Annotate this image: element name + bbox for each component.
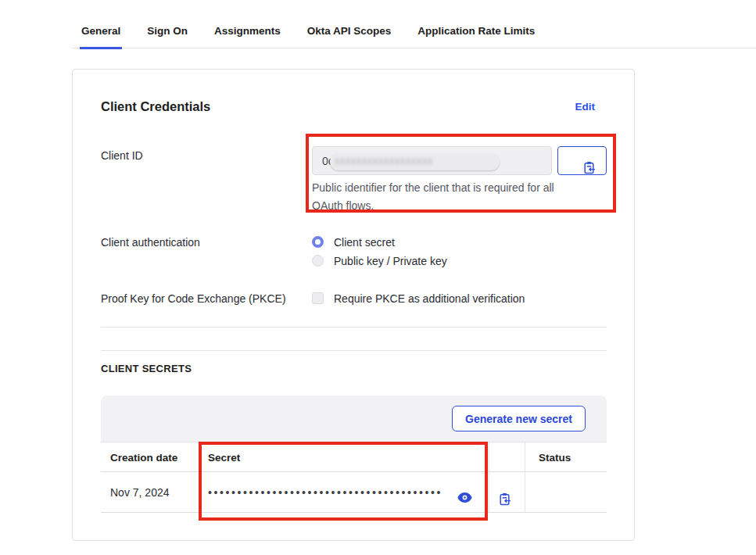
pkce-checkbox-label: Require PKCE as additional verification bbox=[334, 292, 525, 305]
client-id-field[interactable]: 0o xxxxxxxxxxxxxxxxxx bbox=[312, 146, 552, 175]
tab-assignments[interactable]: Assignments bbox=[213, 25, 282, 48]
col-header-secret: Secret bbox=[208, 442, 240, 472]
client-authentication-label: Client authentication bbox=[101, 236, 200, 249]
tab-okta-api-scopes[interactable]: Okta API Scopes bbox=[306, 25, 393, 48]
divider bbox=[101, 350, 607, 351]
pkce-label: Proof Key for Code Exchange (PKCE) bbox=[101, 292, 286, 305]
generate-new-secret-button[interactable]: Generate new secret bbox=[452, 406, 586, 431]
section-title: Client Credentials bbox=[101, 99, 210, 114]
client-credentials-card: Client Credentials Edit Client ID 0o xxx… bbox=[72, 69, 635, 541]
tab-sign-on[interactable]: Sign On bbox=[145, 25, 189, 48]
pkce-checkbox[interactable] bbox=[312, 292, 324, 304]
radio-public-private-key[interactable] bbox=[312, 255, 324, 267]
client-id-label: Client ID bbox=[101, 149, 143, 162]
col-header-creation-date: Creation date bbox=[110, 442, 177, 472]
copy-client-id-button[interactable] bbox=[557, 146, 607, 175]
client-id-help-text: Public identifier for the client that is… bbox=[312, 179, 584, 215]
radio-public-private-key-label: Public key / Private key bbox=[334, 255, 447, 267]
client-secrets-title: CLIENT SECRETS bbox=[101, 363, 192, 374]
app-settings-page: General Sign On Assignments Okta API Sco… bbox=[0, 0, 756, 555]
tab-bar: General Sign On Assignments Okta API Sco… bbox=[72, 25, 756, 48]
radio-client-secret[interactable] bbox=[312, 236, 324, 248]
divider bbox=[101, 327, 607, 328]
col-header-status: Status bbox=[539, 442, 571, 472]
tab-application-rate-limits[interactable]: Application Rate Limits bbox=[416, 25, 536, 48]
secrets-toolbar: Generate new secret bbox=[101, 396, 607, 442]
tab-general[interactable]: General bbox=[80, 25, 122, 49]
masked-secret-value: •••••••••••••••••••••••••••••••••••••••• bbox=[208, 472, 442, 513]
secret-table-row: Nov 7, 2024 ••••••••••••••••••••••••••••… bbox=[101, 472, 607, 513]
edit-link[interactable]: Edit bbox=[575, 101, 596, 113]
radio-client-secret-label: Client secret bbox=[334, 236, 395, 249]
creation-date-cell: Nov 7, 2024 bbox=[110, 472, 170, 513]
client-id-redaction-overlay: xxxxxxxxxxxxxxxxxx bbox=[330, 153, 500, 170]
secrets-table-header: Creation date Secret Status bbox=[101, 442, 607, 472]
